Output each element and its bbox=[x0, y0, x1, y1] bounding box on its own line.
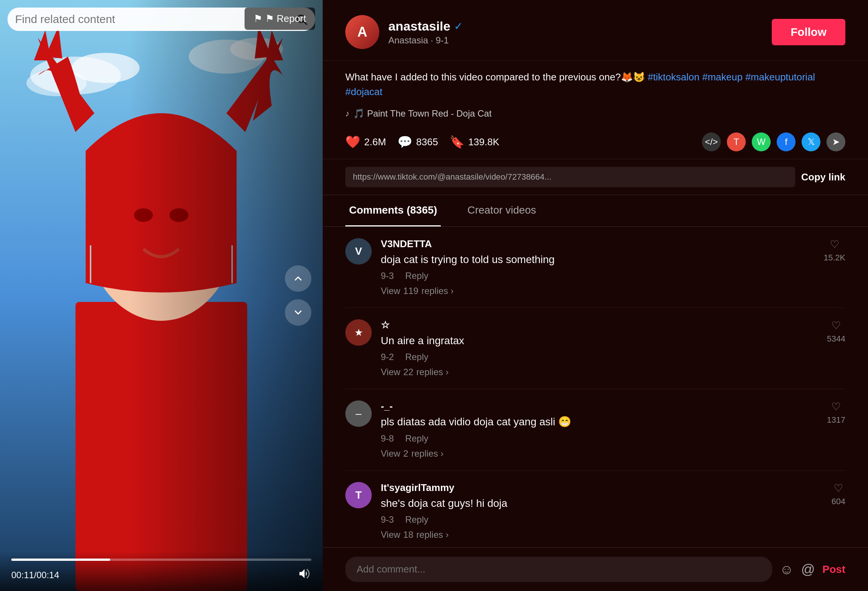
hashtag-tiktoksalon[interactable]: #tiktoksalon bbox=[648, 71, 699, 83]
comment-icon[interactable]: 💬 bbox=[397, 135, 412, 149]
comment-item: – -_- pls diatas ada vidio doja cat yang… bbox=[345, 389, 845, 470]
comment-avatar: V bbox=[345, 238, 372, 265]
left-panel: ⚑ ⚑ Report 00:11/00:14 bbox=[0, 0, 323, 591]
like-icon[interactable]: ♡ bbox=[831, 400, 841, 413]
creator-header: A anastasile ✓ Anastasia · 9-1 Follow bbox=[323, 0, 868, 61]
creator-info: anastasile ✓ Anastasia · 9-1 bbox=[388, 19, 763, 46]
time-total: 00:14 bbox=[37, 570, 59, 580]
likes-action: ❤️ 2.6M bbox=[345, 135, 386, 149]
link-row: https://www.tiktok.com/@anastasile/video… bbox=[323, 159, 868, 195]
like-count: 5344 bbox=[827, 334, 845, 344]
verified-badge: ✓ bbox=[454, 20, 463, 32]
view-replies-button[interactable]: View 18 replies › bbox=[381, 529, 822, 540]
embed-share-button[interactable]: </> bbox=[702, 132, 721, 151]
bookmark-icon[interactable]: 🔖 bbox=[449, 135, 465, 149]
video-background bbox=[0, 0, 323, 591]
comment-text: she's doja cat guys! hi doja bbox=[381, 496, 822, 511]
creator-name-row: anastasile ✓ bbox=[388, 19, 763, 34]
hashtag-dojacat[interactable]: #dojacat bbox=[345, 86, 382, 97]
heart-icon[interactable]: ❤️ bbox=[345, 135, 360, 149]
add-comment-icons: ☺ @ bbox=[780, 562, 815, 577]
comment-avatar: – bbox=[345, 400, 372, 427]
more-share-button[interactable]: ➤ bbox=[826, 132, 845, 151]
video-url: https://www.tiktok.com/@anastasile/video… bbox=[345, 167, 795, 187]
twitter-share-button[interactable]: 𝕏 bbox=[802, 132, 820, 151]
add-comment-input[interactable] bbox=[345, 557, 772, 582]
report-flag-icon: ⚑ bbox=[254, 13, 262, 25]
add-comment-row: ☺ @ Post bbox=[323, 547, 868, 591]
comment-item: V V3NDETTA doja cat is trying to told us… bbox=[345, 227, 845, 308]
follow-button[interactable]: Follow bbox=[772, 19, 845, 45]
reply-button[interactable]: Reply bbox=[405, 514, 428, 525]
hashtag-makeuptutorial[interactable]: #makeuptutorial bbox=[745, 71, 815, 83]
reply-button[interactable]: Reply bbox=[405, 352, 428, 362]
comment-avatar: T bbox=[345, 482, 372, 508]
comment-like: ♡ 15.2K bbox=[824, 238, 846, 263]
comments-action: 💬 8365 bbox=[397, 135, 438, 149]
comment-body: -_- pls diatas ada vidio doja cat yang a… bbox=[381, 400, 818, 459]
avatar-letter: T bbox=[355, 489, 362, 501]
facebook-share-button[interactable]: f bbox=[777, 132, 796, 151]
actions-row: ❤️ 2.6M 💬 8365 🔖 139.8K </> T W f 𝕏 ➤ bbox=[323, 125, 868, 159]
emoji-button[interactable]: ☺ bbox=[780, 562, 794, 577]
creator-sub: Anastasia · 9-1 bbox=[388, 35, 763, 46]
post-comment-button[interactable]: Post bbox=[822, 563, 845, 576]
tab-comments[interactable]: Comments (8365) bbox=[345, 195, 441, 226]
like-icon[interactable]: ♡ bbox=[831, 319, 841, 332]
comment-date: 9-3 bbox=[381, 514, 394, 525]
view-replies-button[interactable]: View 22 replies › bbox=[381, 367, 818, 377]
music-title[interactable]: 🎵 Paint The Town Red - Doja Cat bbox=[353, 108, 492, 119]
comment-username[interactable]: ☆ bbox=[381, 319, 818, 331]
avatar-letter: ★ bbox=[354, 327, 363, 339]
like-icon[interactable]: ♡ bbox=[834, 482, 843, 494]
comment-username[interactable]: It'syagirlTammy bbox=[381, 482, 822, 494]
avatar: A bbox=[345, 15, 379, 49]
volume-button[interactable] bbox=[298, 567, 311, 583]
next-video-button[interactable] bbox=[285, 299, 311, 326]
copy-link-button[interactable]: Copy link bbox=[801, 171, 845, 183]
comment-date: 9-8 bbox=[381, 433, 394, 444]
bookmarks-count: 139.8K bbox=[468, 136, 499, 148]
avatar-letter: V bbox=[355, 245, 362, 257]
whatsapp-share-button[interactable]: W bbox=[752, 132, 771, 151]
comment-meta: 9-3 Reply bbox=[381, 514, 822, 525]
creator-name: anastasile bbox=[388, 19, 450, 34]
comment-meta: 9-2 Reply bbox=[381, 352, 818, 362]
hashtag-makeup[interactable]: #makeup bbox=[702, 71, 743, 83]
tab-creator-videos[interactable]: Creator videos bbox=[463, 195, 540, 226]
time-current: 00:11 bbox=[11, 570, 34, 580]
avatar-letter: – bbox=[356, 408, 362, 420]
comment-username[interactable]: -_- bbox=[381, 400, 818, 412]
comment-date: 9-2 bbox=[381, 352, 394, 362]
time-display: 00:11/00:14 bbox=[11, 570, 59, 580]
post-description: What have I added to this video compared… bbox=[345, 71, 645, 83]
progress-bar[interactable] bbox=[11, 559, 311, 561]
music-note-icon: ♪ bbox=[345, 109, 349, 119]
reply-button[interactable]: Reply bbox=[405, 271, 428, 281]
comment-date: 9-3 bbox=[381, 271, 394, 281]
comments-list: V V3NDETTA doja cat is trying to told us… bbox=[323, 227, 868, 547]
tiktok-share-button[interactable]: T bbox=[727, 132, 746, 151]
view-replies-button[interactable]: View 119 replies › bbox=[381, 286, 815, 296]
report-button[interactable]: ⚑ ⚑ Report bbox=[245, 8, 315, 30]
comment-username[interactable]: V3NDETTA bbox=[381, 238, 815, 250]
right-panel: A anastasile ✓ Anastasia · 9-1 Follow Wh… bbox=[323, 0, 868, 591]
comment-like: ♡ 5344 bbox=[827, 319, 845, 344]
music-row: ♪ 🎵 Paint The Town Red - Doja Cat bbox=[323, 108, 868, 125]
like-icon[interactable]: ♡ bbox=[830, 238, 839, 251]
view-replies-button[interactable]: View 2 replies › bbox=[381, 448, 818, 459]
nav-arrows bbox=[285, 265, 311, 326]
reply-count: 2 bbox=[403, 448, 408, 459]
at-mention-button[interactable]: @ bbox=[801, 562, 815, 577]
tabs-row: Comments (8365) Creator videos bbox=[323, 195, 868, 227]
like-count: 1317 bbox=[827, 415, 845, 425]
comment-meta: 9-8 Reply bbox=[381, 433, 818, 444]
comment-like: ♡ 1317 bbox=[827, 400, 845, 425]
bookmarks-action: 🔖 139.8K bbox=[449, 135, 499, 149]
comment-text: pls diatas ada vidio doja cat yang asli … bbox=[381, 414, 818, 429]
comments-tab-label: Comments (8365) bbox=[349, 204, 437, 216]
prev-video-button[interactable] bbox=[285, 265, 311, 292]
reply-count: 22 bbox=[403, 367, 414, 377]
reply-button[interactable]: Reply bbox=[405, 433, 428, 444]
comment-body: It'syagirlTammy she's doja cat guys! hi … bbox=[381, 482, 822, 540]
